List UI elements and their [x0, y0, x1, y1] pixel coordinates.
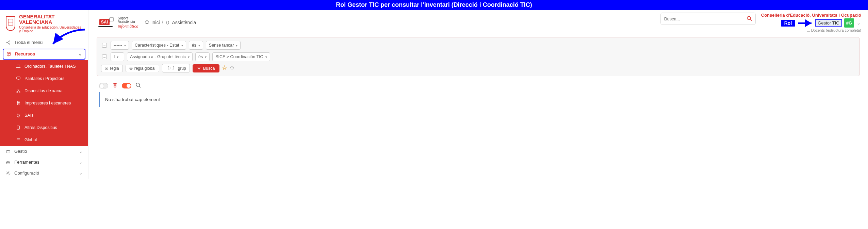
sidebar-item-xarxa[interactable]: Dispositius de xarxa	[0, 85, 88, 97]
svg-point-19	[7, 172, 9, 174]
chevron-down-icon: ⌄	[79, 170, 83, 176]
group-icon: 〔+〕	[166, 65, 176, 71]
annotation-rol-badge: Rol	[781, 20, 796, 27]
headset-icon	[165, 20, 170, 26]
laptop-icon	[16, 64, 21, 69]
filter-logic-1[interactable]: ------▾	[111, 41, 129, 50]
sidebar-xarxa-label: Dispositius de xarxa	[24, 88, 63, 93]
sidebar-ferramentes-label: Ferramentes	[14, 160, 39, 165]
filter-check-2[interactable]: –	[102, 54, 107, 59]
sai-l3: informàtica	[118, 24, 138, 29]
svg-rect-17	[6, 150, 10, 153]
chevron-down-icon: ⌄	[78, 51, 82, 56]
results-toolbar	[99, 82, 858, 89]
filter-row-1: – ------▾ Característiques - Estat▾ és▾ …	[101, 41, 855, 50]
svg-line-24	[750, 19, 752, 21]
svg-point-4	[9, 43, 10, 44]
breadcrumb-home[interactable]: Inici	[151, 20, 160, 25]
svg-rect-8	[17, 77, 20, 79]
add-global-rule-button[interactable]: regla global	[126, 65, 159, 72]
home-icon[interactable]	[145, 20, 149, 26]
sidebar-item-altres[interactable]: Altres Dispositius	[0, 121, 88, 134]
org-block: Conselleria d'Educació, Universitats i O…	[761, 13, 861, 32]
svg-line-6	[7, 43, 9, 43]
svg-line-30	[139, 86, 141, 87]
sidebar-item-recursos[interactable]: Recursos ⌄	[3, 49, 85, 60]
filter-field-1[interactable]: Característiques - Estat▾	[132, 41, 186, 50]
annotation-arrow-rol	[797, 20, 813, 26]
sidebar-item-global[interactable]: Global	[0, 134, 88, 146]
filter-op-1[interactable]: és▾	[189, 41, 203, 50]
filter-logic-2[interactable]: I▾	[111, 52, 124, 61]
sidebar-item-pantalles[interactable]: Pantalles i Projectors	[0, 72, 88, 85]
sidebar-recursos-label: Recursos	[15, 51, 35, 56]
svg-line-5	[7, 42, 9, 42]
add-rule-button[interactable]: regla	[101, 65, 123, 72]
gv-shield-icon	[5, 16, 16, 31]
gv-title-1: GENERALITAT	[19, 14, 83, 19]
sidebar: GENERALITAT VALENCIANA Conselleria de Ed…	[0, 10, 88, 179]
settings-icon[interactable]	[230, 65, 234, 71]
cube-icon	[6, 51, 12, 57]
chevron-down-icon: ⌄	[79, 160, 83, 165]
sidebar-sais-label: SAIs	[24, 113, 33, 118]
tablet-icon	[16, 125, 21, 130]
search-input[interactable]	[664, 16, 747, 21]
add-group-button[interactable]: 〔+〕 grup	[162, 64, 190, 72]
chevron-down-icon[interactable]: ⌄	[856, 20, 861, 26]
topbar: SAI Suport i Assistència informàtica Ini…	[88, 10, 868, 34]
gv-title-2: VALENCIANA	[19, 19, 83, 25]
search-small-icon[interactable]	[135, 82, 141, 89]
user-badge[interactable]: #G	[844, 18, 854, 28]
monitor-icon	[16, 76, 21, 81]
breadcrumb-current: Assistència	[172, 20, 196, 25]
rule-icon	[105, 67, 108, 70]
filter-value-2[interactable]: SICE > Coordinación TIC▾	[212, 52, 270, 61]
search-button[interactable]: Busca	[193, 64, 219, 72]
toggle-active[interactable]	[122, 83, 131, 88]
sidebar-pantalles-label: Pantalles i Projectors	[24, 76, 64, 81]
breadcrumb-sep: /	[162, 20, 163, 25]
share-icon	[5, 40, 11, 45]
results-empty-message: No s'ha trobat cap element	[99, 92, 858, 107]
filter-field-2[interactable]: Assignada a - Grup del tècnic▾	[127, 52, 193, 61]
sidebar-submenu-recursos: Ordinadors, Tauletes i NAS Pantalles i P…	[0, 60, 88, 146]
sidebar-find-label: Troba el menú	[14, 40, 43, 45]
sidebar-item-ordinadors[interactable]: Ordinadors, Tauletes i NAS	[0, 60, 88, 72]
org-name: Conselleria d'Educació, Universitats i O…	[761, 13, 861, 18]
trash-icon[interactable]	[112, 82, 118, 89]
toggle-map[interactable]	[99, 83, 108, 88]
sidebar-item-gestio[interactable]: Gestió ⌄	[0, 146, 88, 157]
main-content: SAI Suport i Assistència informàtica Ini…	[88, 10, 868, 179]
network-icon	[16, 88, 21, 94]
svg-point-2	[6, 42, 8, 43]
filter-panel: – ------▾ Característiques - Estat▾ és▾ …	[97, 37, 860, 76]
breadcrumb: Inici / Assistència	[145, 20, 196, 26]
sidebar-item-configuracio[interactable]: Configuració ⌄	[0, 168, 88, 179]
toolbox-icon	[5, 160, 11, 165]
role-selector[interactable]: Gestor TIC	[815, 19, 842, 27]
sai-logo[interactable]: SAI Suport i Assistència informàtica	[95, 16, 138, 29]
star-icon[interactable]	[222, 65, 227, 71]
sidebar-item-impressores[interactable]: Impressores i escaneres	[0, 97, 88, 109]
svg-rect-13	[17, 101, 19, 102]
search-box[interactable]	[660, 13, 756, 25]
sidebar-item-sais[interactable]: SAIs	[0, 109, 88, 121]
filter-value-1[interactable]: Sense tancar▾	[206, 41, 241, 50]
sidebar-altres-label: Altres Dispositius	[24, 125, 57, 130]
svg-point-9	[18, 89, 19, 90]
svg-rect-7	[17, 65, 20, 67]
filter-row-2: – I▾ Assignada a - Grup del tècnic▾ és▾ …	[101, 52, 855, 61]
chevron-down-icon: ⌄	[79, 149, 83, 154]
sidebar-global-label: Global	[24, 137, 37, 142]
sidebar-item-ferramentes[interactable]: Ferramentes ⌄	[0, 157, 88, 168]
filter-check-1[interactable]: –	[102, 43, 107, 48]
filter-op-2[interactable]: és▾	[195, 52, 210, 61]
printer-icon	[16, 100, 21, 106]
search-icon[interactable]	[747, 16, 752, 22]
list-icon	[16, 137, 21, 143]
svg-point-16	[18, 128, 18, 129]
global-rule-icon	[129, 67, 133, 70]
svg-text:SAI: SAI	[101, 20, 108, 24]
svg-point-23	[747, 16, 751, 20]
